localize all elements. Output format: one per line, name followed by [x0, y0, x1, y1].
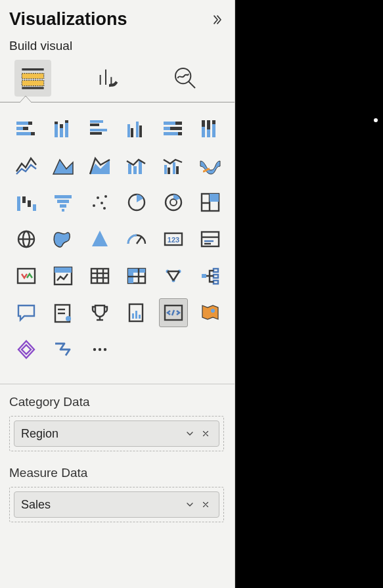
table-chart-icon[interactable]: [85, 261, 114, 290]
svg-rect-37: [128, 164, 131, 174]
svg-rect-28: [164, 127, 170, 130]
svg-rect-40: [164, 165, 167, 174]
format-visual-tab[interactable]: [91, 60, 127, 97]
svg-rect-44: [17, 196, 20, 211]
map-chart-icon[interactable]: [12, 225, 41, 254]
svg-point-106: [93, 348, 96, 351]
svg-rect-9: [16, 132, 31, 135]
svg-rect-103: [139, 315, 141, 319]
svg-rect-34: [207, 129, 210, 137]
line-chart-icon[interactable]: [12, 151, 41, 180]
r-visual-chart-icon[interactable]: [159, 261, 188, 290]
hundred-stacked-bar-chart-icon[interactable]: [159, 114, 188, 143]
paginated-report-chart-icon[interactable]: [122, 298, 151, 327]
field-pill-sales[interactable]: Sales: [14, 491, 219, 518]
matrix-chart-icon[interactable]: [122, 261, 151, 290]
stacked-bar-chart-icon[interactable]: [12, 114, 41, 143]
svg-rect-76: [55, 267, 72, 273]
svg-point-108: [104, 348, 106, 351]
goals-chart-icon[interactable]: [85, 298, 114, 327]
kpi-chart-icon[interactable]: [12, 261, 41, 290]
svg-rect-49: [57, 200, 69, 203]
field-pill-region[interactable]: Region: [14, 420, 219, 447]
svg-rect-38: [133, 166, 137, 174]
svg-point-52: [93, 204, 95, 207]
azure-map-chart-icon[interactable]: [85, 225, 114, 254]
svg-rect-24: [139, 125, 142, 137]
category-data-well[interactable]: Region: [9, 416, 224, 451]
category-data-label: Category Data: [9, 395, 224, 409]
canvas-dark-area: [235, 0, 383, 588]
chevron-down-icon[interactable]: [182, 497, 198, 512]
svg-point-107: [99, 348, 101, 351]
svg-point-54: [101, 202, 103, 204]
svg-rect-93: [214, 281, 218, 284]
stacked-column-chart-icon[interactable]: [49, 114, 78, 143]
funnel-chart-icon[interactable]: [49, 188, 78, 217]
svg-point-56: [103, 207, 106, 210]
svg-rect-91: [214, 269, 218, 272]
field-name: Region: [21, 427, 182, 441]
scatter-chart-icon[interactable]: [85, 188, 114, 217]
svg-rect-43: [176, 166, 179, 174]
more-visuals-icon[interactable]: [85, 335, 114, 364]
waterfall-chart-icon[interactable]: [12, 188, 41, 217]
svg-rect-63: [210, 194, 219, 202]
svg-rect-13: [60, 128, 63, 137]
svg-rect-5: [16, 122, 28, 125]
arcgis-chart-icon[interactable]: [196, 298, 225, 327]
svg-rect-15: [65, 123, 68, 137]
svg-rect-0: [22, 68, 43, 70]
svg-rect-48: [55, 195, 72, 198]
svg-text:123: 123: [168, 236, 179, 244]
collapse-pane-button[interactable]: [211, 13, 224, 26]
slicer-chart-icon[interactable]: [49, 261, 78, 290]
measure-data-label: Measure Data: [9, 466, 224, 480]
decomposition-tree-chart-icon[interactable]: [196, 261, 225, 290]
svg-rect-14: [60, 124, 63, 128]
svg-rect-17: [90, 120, 103, 123]
svg-rect-39: [139, 161, 142, 174]
treemap-chart-icon[interactable]: [196, 188, 225, 217]
clustered-bar-chart-icon[interactable]: [85, 114, 114, 143]
svg-rect-23: [136, 122, 139, 137]
svg-rect-46: [28, 200, 31, 207]
svg-rect-32: [202, 127, 205, 137]
analytics-tab[interactable]: [167, 60, 204, 97]
section-separator: [0, 384, 235, 384]
script-visual-chart-icon[interactable]: [159, 298, 188, 327]
gauge-chart-icon[interactable]: [122, 225, 151, 254]
clustered-column-chart-icon[interactable]: [122, 114, 151, 143]
multi-row-card-chart-icon[interactable]: [196, 225, 225, 254]
pane-title: Visualizations: [9, 9, 127, 30]
donut-chart-icon[interactable]: [159, 188, 188, 217]
white-dot: [374, 118, 378, 122]
line-stacked-column-chart-icon[interactable]: [122, 151, 151, 180]
visualizations-pane: Visualizations Build visual: [0, 0, 235, 588]
line-clustered-column-chart-icon[interactable]: [159, 151, 188, 180]
hundred-stacked-column-chart-icon[interactable]: [196, 114, 225, 143]
card-chart-icon[interactable]: 123: [159, 225, 188, 254]
narrative-chart-icon[interactable]: [49, 298, 78, 327]
svg-rect-6: [28, 122, 32, 125]
chevron-down-icon[interactable]: [182, 426, 198, 441]
measure-data-well[interactable]: Sales: [9, 487, 224, 522]
area-chart-icon[interactable]: [49, 151, 78, 180]
svg-rect-3: [22, 87, 43, 89]
svg-rect-92: [214, 275, 218, 278]
qna-chart-icon[interactable]: [12, 298, 41, 327]
pie-chart-icon[interactable]: [122, 188, 151, 217]
remove-field-icon[interactable]: [198, 497, 214, 512]
svg-rect-20: [90, 132, 102, 135]
stacked-area-chart-icon[interactable]: [85, 151, 114, 180]
power-automate-chart-icon[interactable]: [49, 335, 78, 364]
svg-rect-21: [127, 124, 130, 137]
ribbon-chart-icon[interactable]: [196, 151, 225, 180]
build-visual-tab[interactable]: [14, 60, 51, 97]
power-apps-chart-icon[interactable]: [12, 335, 41, 364]
svg-rect-41: [168, 168, 170, 174]
filled-map-chart-icon[interactable]: [49, 225, 78, 254]
svg-rect-45: [22, 196, 26, 203]
remove-field-icon[interactable]: [198, 426, 214, 441]
svg-rect-50: [60, 204, 66, 208]
